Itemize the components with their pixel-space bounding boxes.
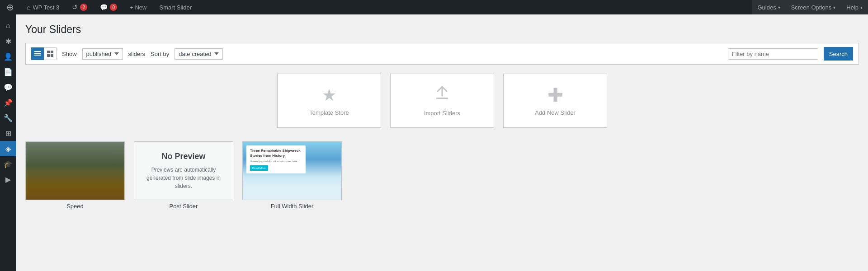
add-new-slider-card[interactable]: ✚ Add New Slider <box>503 74 607 128</box>
show-select[interactable]: published all draft <box>82 48 123 60</box>
admin-bar: ⊕ ⌂ WP Test 3 ↺ 2 💬 0 + New Smart Slider… <box>0 0 868 14</box>
sidebar-item-play[interactable]: ▶ <box>0 172 16 187</box>
sidebar-item-pin[interactable]: 📌 <box>0 95 16 110</box>
slider-thumbnail-fullwidth: Three Remarkable Shipwreck Stories from … <box>242 141 342 200</box>
updates-count: 2 <box>80 4 87 11</box>
page-title: Your Sliders <box>25 23 859 36</box>
sidebar-item-users[interactable]: 👤 <box>0 49 16 64</box>
svg-rect-9 <box>51 54 53 57</box>
import-sliders-card[interactable]: Import Sliders <box>390 74 494 128</box>
grid-view-button[interactable] <box>44 47 57 60</box>
no-preview-desc: Previews are automatically generated fro… <box>143 166 224 190</box>
sort-select[interactable]: date created name modified <box>175 48 223 60</box>
search-button[interactable]: Search <box>824 47 853 61</box>
smart-slider-menu[interactable]: Smart Slider <box>156 0 194 14</box>
sidebar-item-pages[interactable]: 📄 <box>0 64 16 79</box>
show-label: Show <box>62 51 77 57</box>
view-toggle <box>31 47 57 60</box>
comments-icon: 💬 <box>100 4 108 11</box>
sliders-label: sliders <box>128 51 146 57</box>
star-icon: ★ <box>322 86 336 105</box>
sort-label: Sort by <box>151 51 169 57</box>
list-view-button[interactable] <box>31 47 44 60</box>
guides-button[interactable]: Guides ▾ <box>752 0 785 14</box>
guides-chevron-icon: ▾ <box>778 5 780 10</box>
svg-rect-10 <box>436 98 448 99</box>
help-chevron-icon: ▾ <box>860 5 863 10</box>
sidebar-item-courses[interactable]: 🎓 <box>0 156 16 172</box>
slider-card-speed[interactable]: Speed <box>25 141 125 212</box>
svg-rect-6 <box>47 51 50 53</box>
main-content: Your Sliders <box>16 14 868 271</box>
import-sliders-label: Import Sliders <box>424 110 460 117</box>
plus-icon: ✚ <box>547 86 563 105</box>
updates[interactable]: ↺ 2 <box>69 0 90 14</box>
svg-rect-4 <box>34 53 41 54</box>
help-button[interactable]: Help ▾ <box>841 0 868 14</box>
upload-icon <box>434 85 450 105</box>
slider-name-speed: Speed <box>25 200 125 212</box>
screen-options-button[interactable]: Screen Options ▾ <box>786 0 841 14</box>
wp-logo[interactable]: ⊕ <box>4 0 17 14</box>
slider-card-post[interactable]: No Preview Previews are automatically ge… <box>134 141 233 212</box>
template-store-label: Template Store <box>309 109 349 116</box>
topbar-buttons: Guides ▾ Screen Options ▾ Help ▾ <box>752 0 868 14</box>
svg-rect-8 <box>47 54 50 57</box>
svg-rect-3 <box>34 51 41 52</box>
slider-thumbnail-post: No Preview Previews are automatically ge… <box>134 141 233 200</box>
sidebar-item-slider[interactable]: ◈ <box>0 141 16 156</box>
comments[interactable]: 💬 0 <box>97 0 120 14</box>
grid-icon <box>47 51 53 57</box>
slider-thumbnail-speed <box>25 141 125 200</box>
template-store-card[interactable]: ★ Template Store <box>277 74 381 128</box>
slider-name-fullwidth: Full Width Slider <box>242 200 342 212</box>
sidebar-item-tools[interactable]: 🔧 <box>0 110 16 126</box>
site-name[interactable]: ⌂ WP Test 3 <box>24 0 62 14</box>
fullwidth-overlay: Three Remarkable Shipwreck Stories from … <box>246 145 306 173</box>
sidebar-item-home[interactable]: ⌂ <box>0 18 16 33</box>
add-new-slider-label: Add New Slider <box>535 109 576 116</box>
page-header: Your Sliders <box>25 23 859 36</box>
action-cards: ★ Template Store Import Sliders ✚ Add Ne… <box>25 74 859 128</box>
sidebar-item-comments[interactable]: 💬 <box>0 79 16 95</box>
svg-rect-7 <box>51 51 53 53</box>
updates-icon: ↺ <box>72 3 78 11</box>
sidebar-item-plugins[interactable]: ⊞ <box>0 126 16 141</box>
toolbar: Show published all draft sliders Sort by… <box>25 43 859 65</box>
no-preview-title: No Preview <box>161 152 205 161</box>
list-icon <box>34 51 41 57</box>
slider-name-post: Post Slider <box>134 200 233 212</box>
slider-cards: Speed No Preview Previews are automatica… <box>25 141 859 212</box>
sidebar-item-settings[interactable]: ✱ <box>0 33 16 49</box>
new-content[interactable]: + New <box>127 0 149 14</box>
filter-input[interactable] <box>728 48 818 60</box>
screen-options-chevron-icon: ▾ <box>833 5 835 10</box>
slider-card-fullwidth[interactable]: Three Remarkable Shipwreck Stories from … <box>242 141 342 212</box>
comments-count: 0 <box>110 4 117 11</box>
svg-rect-5 <box>34 55 41 56</box>
sidebar: ⌂ ✱ 👤 📄 💬 📌 🔧 ⊞ ◈ 🎓 ▶ <box>0 14 16 271</box>
